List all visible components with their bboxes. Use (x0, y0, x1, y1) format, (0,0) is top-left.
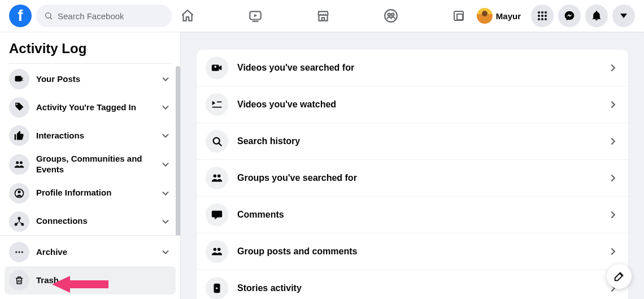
chevron-right-icon (607, 135, 619, 148)
sidebar-item-connections[interactable]: Connections (5, 207, 176, 236)
sidebar-item-profile-info[interactable]: Profile Information (5, 179, 176, 207)
video-plus-icon (206, 57, 228, 79)
sidebar-bottom: Archive Trash (0, 235, 180, 299)
compose-button[interactable] (607, 264, 632, 289)
sidebar-item-label: Your Posts (36, 74, 153, 85)
svg-point-27 (15, 252, 17, 253)
grid-icon (537, 11, 547, 21)
content-area: Videos you've searched for Videos you've… (181, 32, 644, 299)
svg-point-15 (538, 18, 540, 20)
search-input[interactable]: Search Facebook (36, 5, 172, 27)
ellipsis-icon (9, 242, 29, 262)
svg-point-28 (19, 252, 20, 253)
svg-point-36 (217, 248, 221, 252)
row-group-posts-comments[interactable]: Group posts and comments (197, 233, 628, 270)
sidebar-item-label: Interactions (36, 131, 153, 141)
row-label: Group posts and comments (237, 246, 598, 257)
sidebar-item-label: Connections (36, 216, 153, 227)
bell-icon (591, 10, 602, 21)
svg-point-22 (18, 190, 21, 193)
nav-gaming[interactable] (445, 2, 473, 29)
row-label: Videos you've searched for (237, 63, 598, 73)
video-list-icon (206, 93, 228, 116)
sidebar-item-archive[interactable]: Archive (5, 238, 176, 266)
chevron-right-icon (607, 245, 619, 258)
profile-chip[interactable]: Mayur (475, 6, 526, 26)
trash-icon (9, 270, 29, 291)
sidebar-item-label: Trash (36, 275, 171, 286)
messenger-icon (564, 10, 575, 21)
svg-point-4 (385, 10, 397, 22)
avatar (477, 8, 493, 24)
caret-down-icon (620, 14, 627, 18)
sidebar-item-label: Archive (36, 247, 153, 258)
row-label: Groups you've searched for (237, 173, 598, 183)
sidebar-item-interactions[interactable]: Interactions (5, 122, 176, 150)
nav-home[interactable] (173, 2, 202, 29)
profile-circle-icon (9, 183, 29, 203)
nav-groups[interactable] (377, 2, 405, 29)
nav-watch[interactable] (241, 2, 269, 29)
posts-icon (9, 69, 29, 89)
account-dropdown-button[interactable] (612, 5, 635, 27)
row-videos-watched[interactable]: Videos you've watched (197, 86, 628, 123)
facebook-logo[interactable]: f (9, 5, 32, 27)
sidebar-item-tagged[interactable]: Activity You're Tagged In (5, 93, 176, 122)
groups-nav-icon (384, 8, 398, 23)
chevron-down-icon (160, 73, 171, 85)
edit-icon (613, 270, 625, 283)
top-right-controls: Mayur (475, 5, 635, 27)
svg-point-12 (538, 15, 540, 17)
svg-point-23 (18, 216, 21, 219)
row-label: Stories activity (237, 283, 598, 293)
row-videos-searched[interactable]: Videos you've searched for (197, 50, 628, 86)
svg-line-32 (219, 143, 221, 146)
chevron-down-icon (160, 130, 171, 141)
svg-point-9 (538, 11, 540, 14)
like-icon (9, 125, 29, 146)
search-icon (44, 11, 53, 20)
notifications-button[interactable] (585, 5, 608, 27)
svg-point-33 (214, 175, 217, 178)
watch-icon (248, 8, 263, 23)
row-search-history[interactable]: Search history (197, 123, 628, 159)
chevron-right-icon (607, 172, 619, 184)
sidebar: Activity Log Your Posts Activity You're … (0, 32, 181, 299)
sidebar-item-your-posts[interactable]: Your Posts (5, 65, 176, 93)
nav-marketplace[interactable] (309, 2, 337, 29)
row-comments[interactable]: Comments (197, 196, 628, 233)
messenger-button[interactable] (558, 5, 581, 27)
gaming-icon (452, 9, 465, 23)
svg-line-1 (50, 18, 52, 19)
svg-point-0 (46, 13, 51, 18)
user-name: Mayur (496, 11, 521, 21)
main-area: Activity Log Your Posts Activity You're … (0, 32, 644, 299)
menu-button[interactable] (531, 5, 554, 27)
svg-point-5 (388, 14, 390, 16)
svg-point-35 (214, 248, 217, 252)
scrollbar[interactable] (176, 66, 180, 235)
row-stories-activity[interactable]: Stories activity (197, 270, 628, 299)
svg-point-31 (214, 138, 220, 144)
sidebar-item-label: Profile Information (36, 188, 153, 198)
chevron-down-icon (160, 216, 171, 227)
sidebar-item-groups[interactable]: Groups, Communities and Events (5, 150, 176, 179)
comment-icon (206, 203, 228, 226)
svg-point-16 (541, 18, 543, 20)
chevron-right-icon (607, 62, 619, 74)
svg-point-17 (545, 18, 547, 20)
chevron-right-icon (607, 209, 619, 221)
search-placeholder: Search Facebook (58, 11, 124, 21)
top-nav (172, 2, 475, 29)
row-label: Comments (237, 210, 598, 220)
chevron-down-icon (160, 159, 171, 170)
svg-point-19 (16, 161, 19, 164)
activity-card: Videos you've searched for Videos you've… (197, 50, 628, 299)
stories-icon (206, 277, 228, 299)
sidebar-item-trash[interactable]: Trash (5, 266, 176, 294)
people-icon (206, 240, 228, 263)
svg-point-20 (20, 161, 23, 164)
chevron-down-icon (160, 188, 171, 199)
row-groups-searched[interactable]: Groups you've searched for (197, 159, 628, 196)
tag-icon (9, 97, 29, 118)
